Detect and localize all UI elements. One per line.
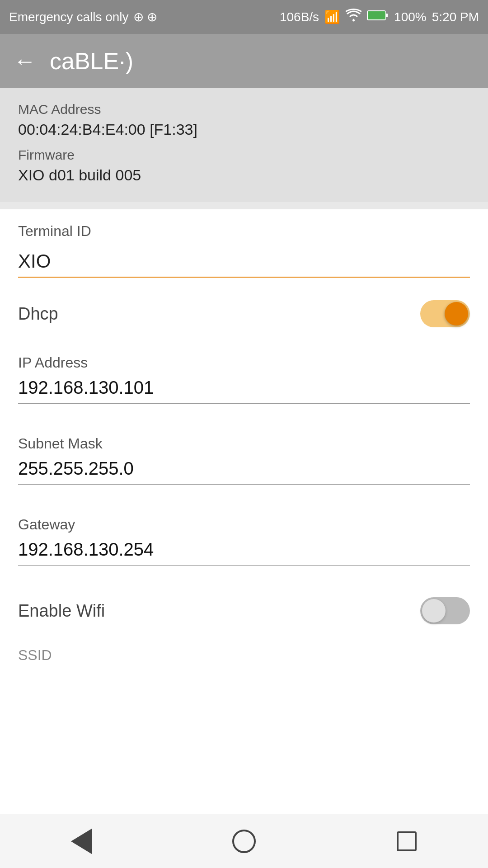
status-right: 106B/s 📶 100% 5:20 PM xyxy=(280,9,479,25)
back-triangle-icon xyxy=(71,829,92,854)
nav-home-button[interactable] xyxy=(226,823,262,859)
mac-address-label: MAC Address xyxy=(18,102,470,117)
ip-address-value[interactable]: 192.168.130.101 xyxy=(18,377,470,404)
status-bar: Emergency calls only ⊕ ⊕ 106B/s 📶 100% 5… xyxy=(0,0,488,34)
spacer3 xyxy=(0,575,488,584)
subnet-mask-label: Subnet Mask xyxy=(18,435,470,452)
content-spacer xyxy=(0,664,488,814)
bottom-nav xyxy=(0,814,488,868)
home-circle-icon xyxy=(232,830,256,853)
svg-rect-3 xyxy=(368,11,385,19)
ip-address-label: IP Address xyxy=(18,354,470,371)
subnet-mask-value[interactable]: 255.255.255.0 xyxy=(18,458,470,485)
back-button[interactable]: ← xyxy=(14,48,36,74)
dhcp-toggle[interactable] xyxy=(420,300,470,327)
ip-address-field: IP Address 192.168.130.101 xyxy=(0,341,488,413)
wifi-label: Enable Wifi xyxy=(18,601,105,621)
spacer1 xyxy=(0,413,488,422)
nav-recents-button[interactable] xyxy=(389,823,425,859)
app-title: caBLE·) xyxy=(50,47,133,75)
info-section: MAC Address 00:04:24:B4:E4:00 [F1:33] Fi… xyxy=(0,88,488,202)
network-speed: 106B/s xyxy=(280,10,319,24)
gateway-value[interactable]: 192.168.130.254 xyxy=(18,539,470,566)
svg-point-0 xyxy=(352,19,355,22)
wifi-row: Enable Wifi xyxy=(0,584,488,638)
terminal-id-field: Terminal ID xyxy=(0,209,488,287)
usb-icons: ⊕ ⊕ xyxy=(133,9,158,24)
dhcp-row: Dhcp xyxy=(0,287,488,341)
section-divider xyxy=(0,202,488,209)
terminal-id-input-wrapper[interactable] xyxy=(18,246,470,278)
time: 5:20 PM xyxy=(432,10,479,24)
nav-back-button[interactable] xyxy=(63,823,99,859)
spacer2 xyxy=(0,494,488,503)
battery-percent: 100% xyxy=(394,10,427,24)
form-section: Terminal ID Dhcp IP Address 192.168.130.… xyxy=(0,209,488,664)
status-left: Emergency calls only ⊕ ⊕ xyxy=(9,9,157,24)
svg-rect-2 xyxy=(385,14,388,17)
subnet-mask-field: Subnet Mask 255.255.255.0 xyxy=(0,422,488,494)
ssid-label: SSID xyxy=(0,638,488,664)
wifi-icon xyxy=(346,9,361,25)
dhcp-toggle-thumb xyxy=(445,302,468,326)
gateway-label: Gateway xyxy=(18,516,470,533)
emergency-text: Emergency calls only xyxy=(9,10,129,24)
wifi-toggle[interactable] xyxy=(420,597,470,624)
gateway-field: Gateway 192.168.130.254 xyxy=(0,503,488,575)
dhcp-label: Dhcp xyxy=(18,304,58,324)
firmware-value: XIO d01 build 005 xyxy=(18,166,470,184)
terminal-id-input[interactable] xyxy=(18,246,470,278)
mac-address-value: 00:04:24:B4:E4:00 [F1:33] xyxy=(18,121,470,138)
firmware-label: Firmware xyxy=(18,147,470,163)
app-bar: ← caBLE·) xyxy=(0,34,488,88)
terminal-id-label: Terminal ID xyxy=(18,223,470,240)
recents-square-icon xyxy=(397,831,417,851)
battery-icon xyxy=(367,9,389,24)
wifi-toggle-thumb xyxy=(422,599,446,623)
bluetooth-icon: 📶 xyxy=(324,9,340,24)
